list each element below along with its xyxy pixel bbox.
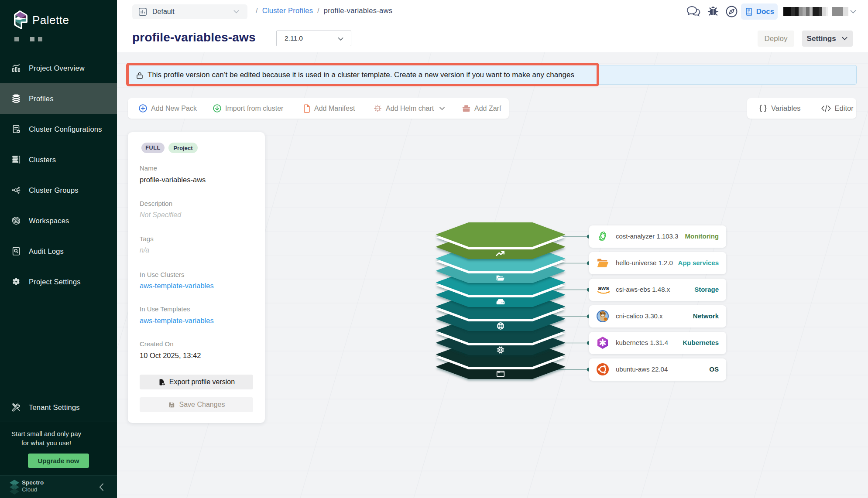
svg-text:HELM: HELM — [375, 107, 381, 109]
svg-text:aws: aws — [598, 285, 609, 291]
